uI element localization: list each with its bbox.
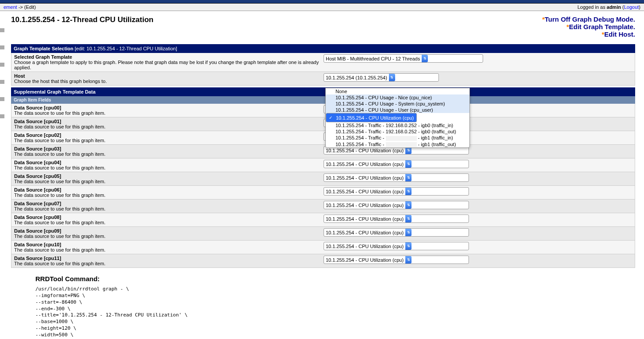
select-value: 10.1.255.254 - CPU Utilization (cpu): [326, 148, 404, 153]
left-nav-rail: [0, 15, 6, 324]
select-value: 10.1.255.254 - CPU Utilization (cpu): [326, 162, 404, 167]
app-header-bar: [0, 0, 644, 4]
select-data-source-cpu08[interactable]: 10.1.255.254 - CPU Utilization (cpu)⇅: [324, 215, 469, 223]
select-data-source-cpu09[interactable]: 10.1.255.254 - CPU Utilization (cpu)⇅: [324, 228, 469, 237]
field-label: Data Source [cpu00]: [14, 105, 324, 110]
data-source-row: Data Source [cpu11]The data source to us…: [11, 254, 635, 268]
field-label: Selected Graph Template: [14, 54, 324, 60]
edit-host-link[interactable]: Edit Host.: [604, 30, 635, 38]
select-data-source-cpu06[interactable]: 10.1.255.254 - CPU Utilization (cpu)⇅: [324, 187, 469, 196]
select-data-source-cpu07[interactable]: 10.1.255.254 - CPU Utilization (cpu)⇅: [324, 201, 469, 209]
select-value: 10.1.255.254 - CPU Utilization (cpu): [326, 244, 404, 249]
field-desc: The data source to use for this graph it…: [14, 192, 324, 198]
select-value: Host MIB - Multithreaded CPU - 12 Thread…: [326, 56, 420, 61]
nav-stub[interactable]: [0, 63, 4, 67]
chevron-updown-icon: ⇅: [405, 229, 412, 236]
dropdown-option[interactable]: 10.1.255.254 - Traffic - 192.168.0.252 -…: [326, 128, 469, 135]
host-dropdown-menu[interactable]: None10.1.255.254 - CPU Usage - Nice (cpu…: [325, 88, 470, 148]
select-data-source-cpu04[interactable]: 10.1.255.254 - CPU Utilization (cpu)⇅: [324, 160, 469, 168]
rrd-command-heading: RRDTool Command:: [35, 275, 635, 282]
breadcrumb-current: (Edit): [24, 4, 36, 10]
logout-link[interactable]: Logout: [624, 4, 639, 10]
chevron-updown-icon: ⇅: [405, 174, 412, 181]
field-desc: The data source to use for this graph it…: [14, 165, 324, 170]
chevron-updown-icon: ⇅: [405, 188, 412, 195]
data-source-row: Data Source [cpu00]The data source to us…: [11, 104, 635, 117]
field-desc: Choose a graph template to apply to this…: [14, 60, 324, 70]
field-desc: The data source to use for this graph it…: [14, 247, 324, 252]
data-source-row: Data Source [cpu07]The data source to us…: [11, 200, 635, 213]
chevron-updown-icon: ⇅: [405, 256, 412, 264]
field-label: Data Source [cpu07]: [14, 201, 324, 206]
chevron-updown-icon: ⇅: [389, 74, 395, 81]
select-selected-graph-template[interactable]: Host MIB - Multithreaded CPU - 12 Thread…: [324, 54, 483, 63]
chevron-updown-icon: ⇅: [405, 160, 412, 168]
select-data-source-cpu05[interactable]: 10.1.255.254 - CPU Utilization (cpu)⇅: [324, 173, 469, 182]
data-source-row: Data Source [cpu05]The data source to us…: [11, 172, 635, 186]
data-source-row: Data Source [cpu03]The data source to us…: [11, 145, 635, 158]
section-header-template: Graph Template Selection [edit: 10.1.255…: [11, 44, 635, 53]
field-label: Data Source [cpu09]: [14, 228, 324, 234]
chevron-updown-icon: ⇅: [422, 55, 428, 62]
select-data-source-cpu11[interactable]: 10.1.255.254 - CPU Utilization (cpu)⇅: [324, 256, 469, 264]
field-label: Host: [14, 73, 324, 79]
field-desc: The data source to use for this graph it…: [14, 220, 324, 225]
select-value: 10.1.255.254 - CPU Utilization (cpu): [326, 189, 404, 194]
toggle-debug-link[interactable]: Turn Off Graph Debug Mode.: [545, 15, 635, 23]
dropdown-option[interactable]: 10.1.255.254 - CPU Usage - Nice (cpu_nic…: [326, 94, 469, 101]
data-source-row: Data Source [cpu10]The data source to us…: [11, 241, 635, 254]
select-value: 10.1.255.254 - CPU Utilization (cpu): [326, 230, 404, 235]
dropdown-option[interactable]: None: [326, 88, 469, 94]
edit-template-link[interactable]: Edit Graph Template.: [569, 23, 635, 30]
field-label: Data Source [cpu08]: [14, 215, 324, 220]
chevron-updown-icon: ⇅: [405, 242, 412, 250]
form-row: Selected Graph TemplateChoose a graph te…: [11, 53, 635, 72]
chevron-updown-icon: ⇅: [405, 215, 412, 222]
dropdown-option[interactable]: 10.1.255.254 - Traffic - - igb1 (traffic…: [326, 135, 469, 141]
field-desc: The data source to use for this graph it…: [14, 124, 324, 129]
dropdown-option[interactable]: 10.1.255.254 - Traffic - - igb1 (traffic…: [326, 141, 469, 148]
field-desc: The data source to use for this graph it…: [14, 138, 324, 143]
field-desc: The data source to use for this graph it…: [14, 110, 324, 116]
nav-stub[interactable]: [0, 28, 4, 32]
select-value: 10.1.255.254 - CPU Utilization (cpu): [326, 257, 404, 263]
data-source-row: Data Source [cpu04]The data source to us…: [11, 158, 635, 172]
data-source-row: Data Source [cpu02]The data source to us…: [11, 131, 635, 145]
redacted-text: [386, 142, 417, 147]
dropdown-option[interactable]: 10.1.255.254 - CPU Utilization (cpu): [326, 113, 417, 122]
select-data-source-cpu10[interactable]: 10.1.255.254 - CPU Utilization (cpu)⇅: [324, 242, 469, 250]
select-value: 10.1.255.254 - CPU Utilization (cpu): [326, 216, 404, 222]
data-source-row: Data Source [cpu01]The data source to us…: [11, 117, 635, 131]
nav-stub[interactable]: [0, 114, 4, 118]
nav-stub[interactable]: [0, 80, 4, 84]
section-header-supplemental: Supplemental Graph Template Data: [11, 87, 635, 96]
dropdown-option[interactable]: 10.1.255.254 - CPU Usage - User (cpu_use…: [326, 107, 469, 113]
nav-stub[interactable]: [0, 97, 4, 101]
breadcrumb-bar: ement -> (Edit) Logged in as admin (Logo…: [0, 4, 644, 11]
nav-stub[interactable]: [0, 45, 4, 49]
login-user: admin: [607, 4, 621, 10]
field-desc: Choose the host that this graph belongs …: [14, 79, 324, 84]
sub-header-fields: Graph Item Fields: [11, 96, 635, 104]
action-links: *Turn Off Graph Debug Mode. *Edit Graph …: [542, 15, 635, 38]
field-label: Data Source [cpu01]: [14, 119, 324, 124]
field-label: Data Source [cpu02]: [14, 132, 324, 138]
field-label: Data Source [cpu03]: [14, 146, 324, 151]
dropdown-option[interactable]: 10.1.255.254 - CPU Usage - System (cpu_s…: [326, 101, 469, 107]
select-host[interactable]: 10.1.255.254 (10.1.255.254)⇅: [324, 73, 439, 82]
data-source-row: Data Source [cpu08]The data source to us…: [11, 213, 635, 227]
breadcrumb-arrow: ->: [17, 4, 24, 10]
dropdown-option[interactable]: 10.1.255.254 - Traffic - 192.168.0.252 -…: [326, 122, 469, 128]
field-desc: The data source to use for this graph it…: [14, 234, 324, 239]
field-label: Data Source [cpu10]: [14, 242, 324, 247]
data-source-row: Data Source [cpu06]The data source to us…: [11, 186, 635, 200]
field-label: Data Source [cpu11]: [14, 256, 324, 261]
redacted-text: [386, 136, 417, 141]
breadcrumb-parent-link[interactable]: ement: [4, 4, 17, 10]
login-status: Logged in as admin (Logout): [577, 4, 640, 10]
field-desc: The data source to use for this graph it…: [14, 206, 324, 211]
field-label: Data Source [cpu05]: [14, 173, 324, 179]
field-desc: The data source to use for this graph it…: [14, 261, 324, 266]
data-source-row: Data Source [cpu09]The data source to us…: [11, 227, 635, 241]
select-value: 10.1.255.254 - CPU Utilization (cpu): [326, 175, 404, 181]
